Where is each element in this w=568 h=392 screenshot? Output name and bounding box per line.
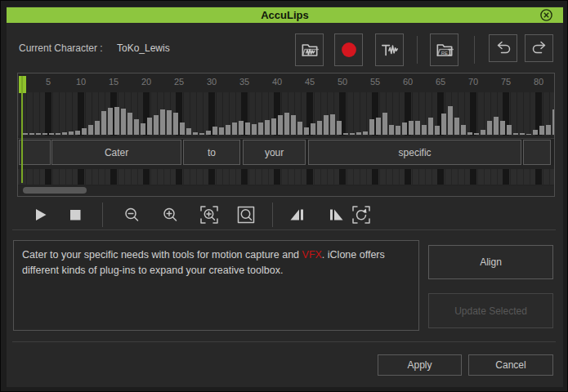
waveform-bar	[245, 122, 250, 135]
update-selected-button[interactable]: Update Selected	[428, 293, 553, 328]
waveform-bar	[363, 131, 368, 135]
waveform-bar	[82, 128, 87, 135]
import-audio-button[interactable]	[295, 33, 324, 66]
align-button[interactable]: Align	[428, 245, 553, 279]
gridline-column	[503, 169, 509, 185]
zoom-in-button[interactable]	[159, 203, 181, 226]
divider	[12, 341, 556, 342]
waveform-bar	[252, 124, 257, 135]
waveform-bar	[402, 122, 407, 135]
close-icon[interactable]	[539, 8, 553, 22]
ruler-tick-label: 65	[436, 77, 445, 87]
play-button[interactable]	[29, 203, 51, 226]
waveform-bar	[533, 130, 538, 135]
waveform-bar	[441, 114, 446, 135]
zoom-selection-icon	[235, 204, 257, 225]
cancel-button[interactable]: Cancel	[468, 354, 553, 376]
waveform-bar	[487, 121, 492, 135]
waveform-bar	[494, 117, 499, 135]
next-section-icon	[326, 205, 346, 225]
zoom-region-button[interactable]	[198, 203, 221, 226]
waveform-bar	[219, 127, 224, 135]
undo-icon	[494, 38, 513, 58]
word-segment-Cater[interactable]: Cater	[51, 140, 181, 165]
import-audio-icon	[299, 39, 320, 60]
waveform-bar	[317, 121, 322, 135]
waveform-bar	[474, 133, 479, 135]
waveform-bar	[56, 133, 60, 135]
gridline-column	[45, 92, 51, 136]
play-icon	[30, 205, 50, 225]
undo-button[interactable]	[489, 34, 517, 62]
redo-button[interactable]	[525, 34, 553, 62]
zoom-region-icon	[199, 204, 220, 225]
previous-section-button[interactable]	[286, 203, 309, 226]
scrollbar-thumb[interactable]	[23, 187, 87, 194]
waveform-bar	[147, 118, 152, 135]
phoneme-track[interactable]	[18, 169, 554, 185]
gridline-column	[470, 92, 476, 136]
zoom-out-button[interactable]	[120, 203, 143, 226]
word-segment-to[interactable]: to	[183, 140, 240, 165]
waveform-bar	[23, 133, 28, 135]
ruler-tick-label: 70	[468, 77, 478, 87]
word-segment-your[interactable]: your	[243, 140, 306, 165]
waveform-bar	[467, 132, 472, 135]
waveform-bar	[461, 125, 466, 135]
gridline-column	[110, 169, 117, 185]
waveform-bar	[356, 132, 361, 135]
text-to-speech-icon	[379, 39, 400, 60]
waveform-bar	[29, 133, 34, 135]
word-track[interactable]: Catertoyourspecific	[18, 138, 554, 165]
waveform-bar	[291, 115, 296, 135]
waveform-bar	[180, 122, 185, 135]
record-button[interactable]	[334, 33, 363, 66]
waveform-bar	[539, 126, 544, 135]
waveform-bar	[160, 109, 165, 135]
waveform-bar	[382, 113, 387, 135]
word-segment-specific[interactable]: specific	[308, 140, 521, 165]
waveform-bar	[62, 132, 67, 135]
dialog-body: AccuLips Current Character : ToKo_Lewis	[7, 7, 563, 387]
waveform-bar	[271, 118, 276, 135]
waveform-bar	[376, 118, 381, 135]
waveform-bar	[42, 133, 47, 135]
current-character-value: ToKo_Lewis	[117, 42, 170, 54]
ruler-tick-label: 30	[207, 77, 217, 87]
loop-playback-button[interactable]	[350, 203, 373, 226]
redo-icon	[530, 38, 549, 58]
waveform-track[interactable]	[18, 92, 554, 136]
waveform-bar	[428, 118, 433, 135]
gridline-column	[208, 169, 215, 185]
waveform-bar	[297, 122, 302, 135]
zoom-selection-button[interactable]	[235, 203, 257, 226]
ruler-tick-label: 10	[76, 77, 86, 87]
timeline-panel[interactable]: 5101520253035404550556065707580 Catertoy…	[17, 73, 555, 197]
apply-button[interactable]: Apply	[378, 354, 462, 376]
ruler-tick-label: 5	[46, 77, 51, 87]
toolbar-separator	[417, 36, 418, 64]
waveform-bar	[69, 131, 74, 135]
next-section-button[interactable]	[324, 203, 347, 226]
waveform-bar	[134, 119, 139, 135]
import-rei-button[interactable]: RE	[430, 33, 458, 66]
word-segment-empty[interactable]	[19, 140, 51, 165]
waveform-bar	[481, 130, 485, 135]
waveform-bar	[396, 126, 400, 135]
timeline-scrollbar[interactable]	[18, 186, 554, 196]
waveform-bar	[435, 126, 440, 135]
divider	[12, 229, 556, 230]
script-text-area[interactable]: Cater to your specific needs with tools …	[13, 240, 419, 331]
waveform-bar	[369, 119, 374, 135]
stop-button[interactable]	[64, 203, 87, 226]
gridline-column	[306, 169, 313, 185]
waveform-bar	[526, 134, 531, 135]
waveform-bar	[304, 127, 309, 135]
waveform-bar	[226, 125, 230, 135]
text-to-speech-button[interactable]	[375, 33, 404, 66]
waveform-bar	[311, 123, 315, 135]
ruler-tick-label: 75	[501, 77, 511, 87]
waveform-bar	[409, 121, 414, 135]
title-bar[interactable]: AccuLips	[7, 7, 563, 23]
word-segment-empty[interactable]	[523, 140, 551, 165]
